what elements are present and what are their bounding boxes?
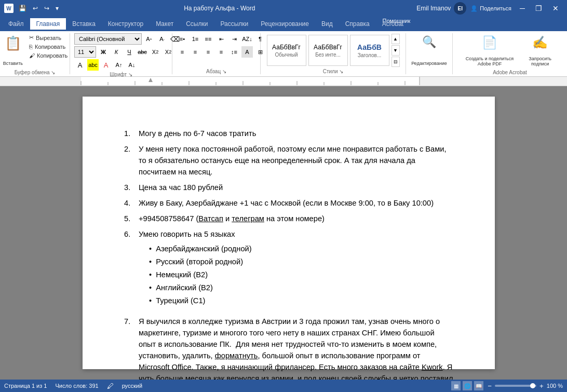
zoom-slider[interactable] [495,385,536,387]
zoom-in-button[interactable]: + [539,382,544,390]
text-effects-button[interactable]: A [74,59,86,71]
quick-access-toolbar: 💾 ↩ ↪ ▾ [17,4,61,13]
editing-label-group [410,73,448,74]
styles-scroll-up[interactable]: ▲ [392,34,400,44]
request-sign-label: Запроситьподписи [529,56,551,66]
styles-expand-btn[interactable]: ↘ [339,69,343,74]
numbering-button[interactable]: 1≡ [190,33,201,45]
kwork-link[interactable]: Kwork [422,363,443,371]
paste-button[interactable]: 📋 Вставить [0,33,26,69]
tab-design[interactable]: Конструктор [102,18,150,30]
share-button[interactable]: 👤Поделиться [468,4,514,13]
multilevel-list-button[interactable]: ≡≡ [203,33,214,45]
ruler [0,77,567,86]
increase-indent-button[interactable]: ⇥ [228,33,240,45]
styles-scroll-down[interactable]: ▼ [392,45,400,56]
view-buttons: ▦ 🌐 📖 [451,381,483,390]
paragraph-expand[interactable]: ↘ [222,69,226,74]
font-name-select[interactable]: Calibri (Основной [74,33,142,45]
tab-review[interactable]: Рецензирование [254,18,315,30]
document-area[interactable]: 1. Могу в день по 6-7 часов тратить 2. У… [10,86,567,380]
status-right: ▦ 🌐 📖 − + 100 % [451,381,563,390]
item-3-text: Цена за час 180 рублей [139,182,453,193]
print-layout-button[interactable]: ▦ [451,381,461,390]
tab-help[interactable]: Справка [339,18,376,30]
font-size-select[interactable]: 11 [74,46,96,58]
list-item: 7. Я выучился в колледже туризма в Австр… [124,316,453,380]
title-bar: W 💾 ↩ ↪ ▾ На работу Альфа - Word 🔍Помощн… [0,0,567,17]
align-left-button[interactable]: ≡ [177,46,188,58]
tab-mailings[interactable]: Рассылки [214,18,254,30]
redo-button[interactable]: ↪ [42,4,51,13]
bullets-button[interactable]: ≡• [177,33,188,45]
zoom-level: 100 % [547,383,563,389]
item-2-text: У меня нету пока постоянной работой, поэ… [139,143,453,178]
request-sign-button[interactable]: ✍ Запроситьподписи [522,33,558,69]
pdf-icon: 📄 [482,35,497,50]
align-right-button[interactable]: ≡ [203,46,214,58]
word-count: Число слов: 391 [55,383,98,389]
justify-button[interactable]: ≡ [215,46,227,58]
cut-button[interactable]: ✂ Вырезать [27,33,70,42]
font-size-shrink2[interactable]: A↓ [126,59,138,71]
clipboard-content: 📋 Вставить ✂ Вырезать ⎘ Копировать 🖌 Коп… [0,33,70,69]
strikethrough-button[interactable]: abc [137,46,148,58]
editing-label: Редактирование [411,61,447,66]
clipboard-expand[interactable]: ↘ [51,70,55,75]
styles-area: АаБбВвГг Обычный АаБбВвГг Без инте... Аа… [267,34,400,67]
styles-expand[interactable]: ⊟ [392,57,400,67]
decrease-indent-button[interactable]: ⇤ [215,33,227,45]
tab-insert[interactable]: Вставка [66,18,102,30]
list-item: Азербайджанский (родной) [149,243,453,254]
text-highlight-button[interactable]: abc [87,59,99,71]
minimize-button[interactable]: ─ [516,3,529,13]
sign-icon: ✍ [532,35,548,50]
save-button[interactable]: 💾 [17,4,29,13]
paragraph-label: Абзац ↘ [177,67,256,74]
copy-button[interactable]: ⎘ Копировать [27,43,70,51]
shading-button[interactable]: A [241,46,253,58]
editing-button[interactable]: 🔍 Редактирование [408,33,450,69]
restore-button[interactable]: ❐ [531,3,546,13]
grow-font-button[interactable]: A+ [143,33,155,45]
quick-access-dropdown[interactable]: ▾ [53,4,61,13]
underline-button[interactable]: Ч [124,46,135,58]
tab-home[interactable]: Главная [30,18,66,30]
font-color-button[interactable]: A [100,59,112,71]
language-indicator[interactable]: русский [122,383,142,389]
close-button[interactable]: ✕ [548,3,563,13]
document[interactable]: 1. Могу в день по 6-7 часов тратить 2. У… [83,97,495,369]
read-mode-button[interactable]: 📖 [474,381,483,390]
font-size-grow2[interactable]: A↑ [113,59,125,71]
bold-button[interactable]: Ж [98,46,109,58]
format-painter-button[interactable]: 🖌 Копировать [27,51,70,60]
zoom-out-button[interactable]: − [488,382,492,390]
subscript-button[interactable]: X2 [150,46,161,58]
telegram-link[interactable]: телеграм [232,214,264,223]
adobe-acrobat-group: 📄 Создать и поделитьсяAdobe PDF ✍ Запрос… [453,33,567,74]
main-area: 1. Могу в день по 6-7 часов тратить 2. У… [0,86,567,380]
list-item: 3. Цена за час 180 рублей [124,182,453,193]
shrink-font-button[interactable]: A- [156,33,168,45]
style-heading[interactable]: АаБбВ Заголов... [350,35,389,66]
list-item: 2. У меня нету пока постоянной работой, … [124,143,453,178]
zoom-area: − + 100 % [488,382,563,390]
italic-button[interactable]: К [111,46,122,58]
tab-layout[interactable]: Макет [150,18,180,30]
web-layout-button[interactable]: 🌐 [463,381,472,390]
tab-view[interactable]: Вид [315,18,339,30]
align-center-button[interactable]: ≡ [190,46,201,58]
style-normal[interactable]: АаБбВвГг Обычный [267,35,306,66]
sort-button[interactable]: AZ↓ [241,33,253,45]
user-name: Emil Imanov [416,5,451,12]
whatsapp-link[interactable]: Ватсап [198,214,223,223]
tab-references[interactable]: Ссылки [180,18,214,30]
create-pdf-button[interactable]: 📄 Создать и поделитьсяAdobe PDF [462,33,518,69]
line-spacing-button[interactable]: ↕≡ [228,46,240,58]
status-bar: Страница 1 из 1 Число слов: 391 🖊 русски… [0,380,567,392]
tab-acrobat[interactable]: Acrobat [376,18,410,30]
title-center: На работу Альфа - Word [184,5,255,12]
style-no-spacing[interactable]: АаБбВвГг Без инте... [308,35,348,66]
undo-button[interactable]: ↩ [31,4,40,13]
tab-file[interactable]: Файл [2,18,30,30]
